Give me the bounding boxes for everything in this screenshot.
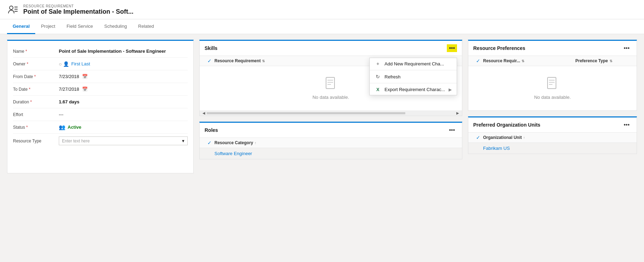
sort-icon-resource-req: ⇅ bbox=[262, 59, 265, 63]
roles-card: Roles ••• ✓ Resource Category ↑ Software… bbox=[199, 122, 462, 159]
from-date-row: From Date 7/23/2018 📅 bbox=[13, 70, 188, 83]
context-refresh[interactable]: ↻ Refresh bbox=[370, 71, 457, 82]
preferred-org-card: Preferred Organization Units ••• ✓ Organ… bbox=[468, 116, 637, 154]
duration-row: Duration 1.67 days bbox=[13, 96, 188, 108]
pref-sort-icon-1: ⇅ bbox=[521, 59, 524, 63]
resource-type-dropdown[interactable]: Enter text here ▾ bbox=[59, 136, 188, 145]
tab-scheduling[interactable]: Scheduling bbox=[99, 19, 132, 34]
svg-rect-8 bbox=[548, 77, 556, 89]
roles-checkbox-col: ✓ bbox=[205, 140, 214, 146]
duration-value: 1.67 days bbox=[59, 99, 188, 104]
svg-rect-4 bbox=[326, 77, 334, 89]
status-value: 👥 Active bbox=[59, 124, 188, 130]
resource-type-placeholder: Enter text here bbox=[62, 139, 90, 143]
skills-header: Skills ••• bbox=[200, 41, 462, 56]
skills-no-data-icon bbox=[325, 77, 337, 92]
person-list-icon bbox=[7, 4, 18, 15]
preferred-org-col[interactable]: Organizational Unit ↑ bbox=[483, 135, 632, 140]
scroll-left-icon[interactable]: ◀ bbox=[201, 111, 207, 115]
pref-checkmark-icon: ✓ bbox=[476, 58, 480, 64]
user-icon: 👤 bbox=[63, 61, 69, 67]
pref-col-resource-req[interactable]: Resource Requir... ⇅ bbox=[483, 58, 575, 63]
effort-label: Effort bbox=[13, 112, 59, 117]
context-export[interactable]: X Export Requirement Charac... ▶ bbox=[370, 84, 457, 95]
skills-title: Skills bbox=[205, 45, 218, 51]
pref-sort-icon-2: ⇅ bbox=[609, 59, 612, 63]
skills-checkbox-col: ✓ bbox=[205, 58, 214, 64]
main-content: Name Point of Sale Implementation - Soft… bbox=[0, 34, 644, 179]
preferred-org-title: Preferred Organization Units bbox=[473, 122, 540, 128]
roles-col-resource-cat[interactable]: Resource Category ↑ bbox=[214, 140, 457, 145]
from-date-calendar-icon[interactable]: 📅 bbox=[82, 74, 88, 79]
preferred-org-row: Fabrikam US bbox=[468, 143, 637, 154]
owner-icons: ○ 👤 bbox=[59, 61, 69, 67]
roles-header: Roles ••• bbox=[200, 123, 462, 138]
status-label: Status bbox=[13, 125, 59, 130]
roles-row: Software Engineer bbox=[200, 148, 462, 159]
from-date-value: 7/23/2018 📅 bbox=[59, 74, 188, 79]
owner-link[interactable]: First Last bbox=[71, 61, 188, 66]
to-date-calendar-icon[interactable]: 📅 bbox=[82, 87, 88, 92]
top-bar-info: RESOURCE REQUIREMENT Point of Sale Imple… bbox=[23, 4, 133, 15]
skills-checkmark-icon: ✓ bbox=[207, 58, 212, 64]
page-type-label: RESOURCE REQUIREMENT bbox=[23, 4, 133, 8]
page-title: Point of Sale Implementation - Soft... bbox=[23, 8, 133, 15]
middle-card: Skills ••• ✓ Resource Requirement ⇅ Char… bbox=[199, 40, 462, 173]
roles-title: Roles bbox=[205, 127, 218, 133]
preferred-org-table-header: ✓ Organizational Unit ↑ bbox=[468, 133, 637, 143]
to-date-row: To Date 7/27/2018 📅 bbox=[13, 83, 188, 96]
res-pref-title: Resource Preferences bbox=[473, 45, 525, 51]
roles-table-header: ✓ Resource Category ↑ bbox=[200, 138, 462, 148]
roles-ellipsis-button[interactable]: ••• bbox=[447, 126, 457, 134]
name-label: Name bbox=[13, 49, 59, 54]
to-date-label: To Date bbox=[13, 87, 59, 92]
from-date-label: From Date bbox=[13, 74, 59, 79]
to-date-value: 7/27/2018 📅 bbox=[59, 87, 188, 92]
pref-no-data-text: No data available. bbox=[534, 95, 571, 100]
roles-checkmark-icon: ✓ bbox=[207, 140, 212, 146]
res-pref-ellipsis-button[interactable]: ••• bbox=[621, 44, 632, 52]
duration-label: Duration bbox=[13, 100, 59, 104]
plus-icon: + bbox=[375, 61, 381, 66]
owner-value: ○ 👤 First Last bbox=[59, 61, 188, 67]
pref-col-preference-type[interactable]: Preference Type ⇅ bbox=[575, 58, 632, 63]
skills-ellipsis-button[interactable]: ••• bbox=[447, 44, 457, 52]
role-name-value[interactable]: Software Engineer bbox=[214, 151, 252, 156]
pref-checkbox-col: ✓ bbox=[473, 58, 483, 64]
preferred-org-ellipsis-button[interactable]: ••• bbox=[621, 121, 632, 129]
dropdown-chevron-icon: ▾ bbox=[182, 138, 185, 143]
pref-table-header: ✓ Resource Requir... ⇅ Preference Type ⇅ bbox=[468, 56, 637, 66]
top-bar: RESOURCE REQUIREMENT Point of Sale Imple… bbox=[0, 0, 644, 19]
effort-value: --- bbox=[59, 112, 188, 117]
tab-field-service[interactable]: Field Service bbox=[61, 19, 99, 34]
scroll-right-icon[interactable]: ▶ bbox=[455, 111, 461, 115]
org-name-value[interactable]: Fabrikam US bbox=[483, 146, 510, 151]
owner-row: Owner ○ 👤 First Last bbox=[13, 58, 188, 70]
nav-tabs: General Project Field Service Scheduling… bbox=[0, 19, 644, 34]
tab-general[interactable]: General bbox=[7, 19, 35, 34]
circle-icon: ○ bbox=[59, 61, 62, 67]
excel-icon: X bbox=[375, 87, 381, 92]
context-add-new[interactable]: + Add New Requirement Cha... bbox=[370, 58, 457, 69]
skills-no-data-text: No data available. bbox=[312, 95, 349, 100]
preferred-org-header: Preferred Organization Units ••• bbox=[468, 117, 637, 133]
skills-card: Skills ••• ✓ Resource Requirement ⇅ Char… bbox=[199, 40, 462, 116]
form-table: Name Point of Sale Implementation - Soft… bbox=[7, 41, 193, 152]
preferred-org-sort-icon: ↑ bbox=[523, 136, 525, 140]
active-status-icon: 👥 bbox=[59, 124, 65, 130]
preferred-org-checkmark-icon: ✓ bbox=[476, 135, 480, 140]
tab-related[interactable]: Related bbox=[132, 19, 160, 34]
refresh-icon: ↻ bbox=[375, 74, 381, 79]
pref-no-data: No data available. bbox=[468, 66, 637, 110]
tab-project[interactable]: Project bbox=[35, 19, 61, 34]
pref-no-data-icon bbox=[546, 77, 559, 92]
skills-scrollbar: ◀ ▶ bbox=[200, 110, 462, 116]
name-value: Point of Sale Implementation - Software … bbox=[59, 49, 188, 54]
resource-type-field[interactable]: Enter text here ▾ bbox=[59, 136, 188, 145]
skills-context-menu: + Add New Requirement Cha... ↻ Refresh X… bbox=[369, 58, 457, 95]
status-row: Status 👥 Active bbox=[13, 121, 188, 134]
resource-type-row: Resource Type Enter text here ▾ bbox=[13, 134, 188, 148]
resource-preferences-card: Resource Preferences ••• ✓ Resource Requ… bbox=[468, 40, 637, 111]
effort-row: Effort --- bbox=[13, 108, 188, 121]
resource-type-label: Resource Type bbox=[13, 139, 59, 143]
